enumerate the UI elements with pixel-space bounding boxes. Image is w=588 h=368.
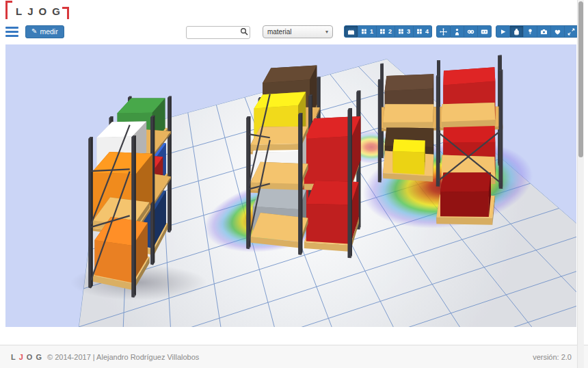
app-footer: LJOG © 2014-2017 | Alejandro Rodríguez V… [0,345,588,368]
person-button[interactable] [451,25,464,38]
logo-letter: G [36,353,42,361]
heart-icon [554,28,561,36]
button-groups: 1234 [344,25,578,38]
grid-icon [416,28,424,36]
favorites-button[interactable] [551,25,565,38]
scene-container [5,44,576,327]
chevron-down-icon: ▾ [325,29,328,35]
camera-icon [540,28,548,36]
view-zone-4-button[interactable]: 4 [414,25,432,38]
ink-icon [513,28,520,36]
link-button[interactable] [464,25,478,38]
fullscreen-button[interactable] [565,25,578,38]
view-zone-3-button[interactable]: 3 [395,25,414,38]
grid-icon [379,28,387,36]
button-group-views: 1234 [344,25,432,38]
move-button[interactable] [436,25,451,38]
link-icon [467,28,475,36]
medir-button-label: medir [40,27,57,36]
play-icon [499,28,507,36]
search-icon [240,27,248,36]
scrollbar-thumb[interactable] [578,1,583,157]
logo-letter: O [39,5,47,17]
logo-letter: G [52,5,60,17]
rack-group-right[interactable] [378,55,522,225]
film-button[interactable] [478,25,492,38]
move-icon [440,28,447,36]
view-zone-2-button[interactable]: 2 [377,25,395,38]
button-group-tools [436,25,492,38]
footer-copyright: © 2014-2017 | Alejandro Rodríguez Villal… [47,353,199,361]
pencil-icon: ✎ [31,28,37,35]
scrollbar[interactable] [577,0,584,368]
search-box [186,25,250,38]
header-logo-letters: LJOG [16,5,60,17]
menu-hamburger-icon[interactable] [5,27,18,37]
view-zone-1-button[interactable]: 1 [358,25,377,38]
grid-icon [398,28,405,36]
bulb-icon [526,28,534,36]
heatmap-ink-button[interactable] [510,25,524,38]
footer-version: versión: 2.0 [533,353,572,361]
button-group-display [496,25,578,38]
logo-letter: O [27,353,33,361]
view-warehouse-button[interactable] [344,25,358,38]
grid-icon [361,28,369,36]
material-select-value: material [267,28,292,36]
app-logo[interactable]: LJOG [5,1,69,21]
camera-button[interactable] [537,25,551,38]
toolbar-right: material ▾ 1234 [186,25,578,38]
app-header: LJOG [0,0,588,19]
light-button[interactable] [524,25,537,38]
logo-letter: J [27,5,33,17]
material-select[interactable]: material ▾ [263,25,333,38]
film-icon [481,28,488,36]
warehouse-3d-viewport[interactable] [5,44,576,327]
play-button[interactable] [496,25,510,38]
logo-letter: L [11,353,16,361]
medir-button[interactable]: ✎ medir [25,25,64,38]
logo-left-bracket [5,1,12,21]
warehouse-icon [347,28,355,36]
logo-letter: J [19,353,23,361]
footer-logo-letters: LJOG [11,353,42,361]
expand-icon [567,28,575,36]
logo-letter: L [16,5,22,17]
person-icon [453,28,461,36]
toolbar: ✎ medir material ▾ 1234 [0,19,588,44]
